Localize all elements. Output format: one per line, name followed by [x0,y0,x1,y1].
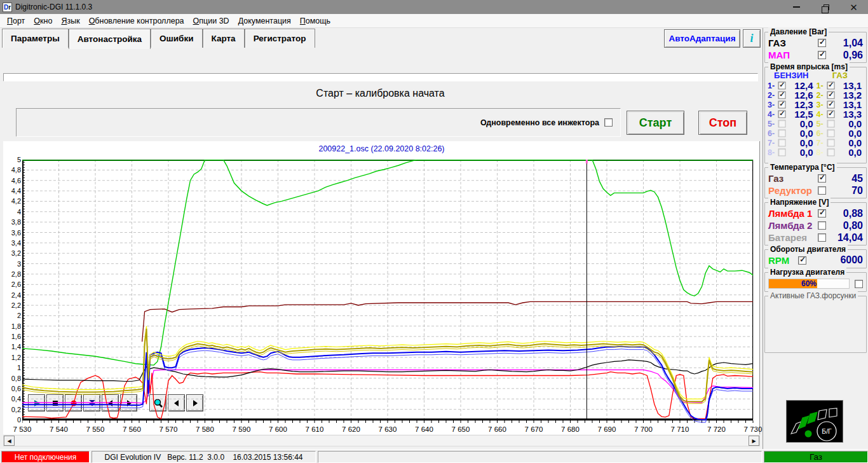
x-axis-label: 7 570 [154,425,182,433]
x-axis-label: 7 660 [484,425,512,433]
y-axis-label: 4,6 [4,177,21,184]
tab-карта[interactable]: Карта [203,29,245,48]
x-axis-label: 7 720 [703,425,731,433]
gas-segment-4 [818,410,827,420]
menu-item-обновление-контроллера[interactable]: Обновление контроллера [85,15,189,27]
gaz-inj-7-num: 7- [817,139,827,148]
benzin-inj-6-checkbox[interactable] [778,130,786,137]
gaz-inj-2-num: 2- [817,91,827,100]
y-axis-label: 2,6 [4,280,21,288]
benzin-inj-3-checkbox[interactable] [778,101,786,109]
y-axis-label: 0,8 [4,375,21,382]
pressure-0-label: ГАЗ [768,38,786,48]
chart-hscrollbar[interactable]: ◀ ▶ [3,435,760,446]
fuel-toggle-label[interactable]: Б/Г [822,427,832,435]
menu-item-порт[interactable]: Порт [3,15,29,27]
benzin-inj-1-checkbox[interactable] [778,82,786,90]
autoadaptation-button[interactable]: АвтоАдаптация [664,29,740,48]
tab-автонастройка[interactable]: Автонастройка [69,29,151,49]
restore-button[interactable] [811,0,839,14]
x-axis-label: 7 700 [630,425,658,433]
y-axis-label: 4 [4,208,21,216]
voltage-legend: Напряжение [V] [768,198,831,207]
close-button[interactable]: ✕ [839,0,868,14]
x-axis-label: 7 650 [447,425,475,433]
gaz-inj-6-checkbox[interactable] [827,130,834,137]
benzin-inj-2-checkbox[interactable] [778,92,786,99]
app-logo-r: r [8,4,11,11]
menu-item-опции-3d[interactable]: Опции 3D [189,15,234,27]
benzin-inj-6-num: 6- [768,129,778,138]
rpm-value: 6000 [806,254,863,266]
y-axis-label: 1 [4,364,21,371]
benzin-inj-4-checkbox[interactable] [778,111,786,118]
load-bar: 60% [768,279,850,289]
pressure-1-checkbox[interactable] [818,51,826,59]
chart-cursor[interactable] [586,160,588,420]
gaz-inj-7-checkbox[interactable] [827,139,834,147]
x-axis-label: 7 540 [45,425,73,433]
voltage-1-checkbox[interactable] [818,221,826,230]
x-axis-label: 7 710 [666,425,694,433]
benzin-inj-8-value: 0,0 [786,147,815,158]
gaz-inj-4-checkbox[interactable] [827,111,834,118]
menu-item-язык[interactable]: Язык [57,15,84,27]
menu-item-документация[interactable]: Документация [234,15,295,27]
benzin-inj-5-checkbox[interactable] [778,120,786,128]
fuel-mode-indicator[interactable]: Газ [764,451,868,463]
voltage-2-row: Батарея14,04 [767,232,864,244]
temperature-1-checkbox[interactable] [818,186,826,195]
calibration-panel: Одновременно все инжектора [16,108,621,137]
menu-item-окно[interactable]: Окно [29,15,57,27]
info-icon: i [750,32,753,45]
voltage-1-label: Лямбда 2 [768,220,812,231]
tab-параметры[interactable]: Параметры [2,29,69,48]
injection-header: БЕНЗИН ГАЗ [767,71,864,81]
gaz-inj-3-checkbox[interactable] [827,101,834,109]
start-button[interactable]: Старт [627,111,684,135]
statusbar: Нет подключения DGI Evolution IV Верс. 1… [0,449,868,463]
injector-row-6: 6-0,06-0,0 [767,128,864,138]
benzin-column-header: БЕНЗИН [767,71,816,81]
tab-ошибки[interactable]: Ошибки [151,29,202,48]
voltage-0-checkbox[interactable] [818,209,826,218]
gaz-inj-8-checkbox[interactable] [827,149,834,156]
benzin-inj-4-num: 4- [768,110,778,119]
temperature-0-value: 45 [826,173,863,184]
scroll-right-button[interactable]: ▶ [749,436,759,446]
pressure-0-checkbox[interactable] [818,39,826,47]
tab-регистратор[interactable]: Регистратор [245,29,315,48]
y-axis-label: 4,8 [4,166,21,174]
active-injectors-group: Активные ГАЗ.форсунки [764,296,867,353]
x-axis-label: 7 610 [301,425,329,433]
all-injectors-checkbox[interactable] [604,118,613,127]
y-axis-label: 3,2 [4,249,21,257]
injector-row-1: 1-12,41-13,1 [767,81,864,90]
progress-strip [3,73,758,81]
gaz-inj-2-checkbox[interactable] [827,92,834,99]
restore-icon [824,4,829,10]
temperature-0-checkbox[interactable] [818,174,826,183]
gaz-inj-5-checkbox[interactable] [827,120,834,128]
chart-title: 200922_1.osc (22.09.2020 8:02:26) [3,144,760,153]
gaz-inj-3-num: 3- [817,100,827,109]
x-axis-label: 7 560 [118,425,146,433]
load-checkbox[interactable] [855,280,863,288]
oscillogram-chart: 200922_1.osc (22.09.2020 8:02:26) 54,84,… [3,141,760,434]
gaz-inj-8: 8-0,0 [816,147,865,158]
benzin-inj-8-checkbox[interactable] [778,149,786,156]
rpm-checkbox[interactable] [798,256,806,265]
menu-item-помощь[interactable]: Помощь [295,15,335,27]
minimize-button[interactable] [782,0,811,14]
voltage-1-value: 0,80 [826,220,863,232]
stop-button[interactable]: Стоп [698,111,747,135]
scroll-left-button[interactable]: ◀ [4,436,15,446]
benzin-inj-7-checkbox[interactable] [778,139,786,147]
injector-row-7: 7-0,07-0,0 [767,138,864,148]
gaz-inj-1-checkbox[interactable] [827,82,834,90]
gaz-inj-8-num: 8- [817,148,827,157]
benzin-inj-8: 8-0,0 [767,147,816,158]
x-axis-label: 7 630 [374,425,402,433]
info-button[interactable]: i [743,29,761,48]
voltage-2-checkbox[interactable] [818,233,826,242]
